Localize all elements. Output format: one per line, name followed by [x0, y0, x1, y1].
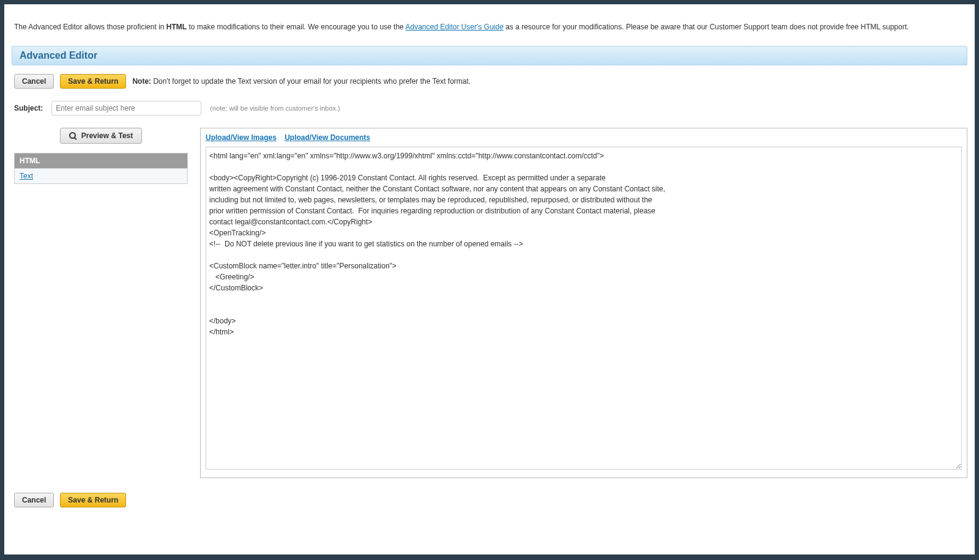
preview-button-wrap: Preview & Test [14, 128, 188, 144]
preview-test-button[interactable]: Preview & Test [60, 128, 142, 144]
note-label: Note: [132, 77, 151, 86]
note-body: Don't forget to update the Text version … [151, 77, 471, 86]
right-column: Upload/View Images Upload/View Documents [200, 128, 967, 478]
upload-documents-link[interactable]: Upload/View Documents [285, 133, 370, 142]
tab-html[interactable]: HTML [15, 153, 187, 168]
preview-test-label: Preview & Test [81, 131, 133, 140]
cancel-button-top[interactable]: Cancel [14, 74, 54, 89]
tab-text-link[interactable]: Text [20, 172, 33, 180]
editor-title: Advanced Editor [20, 50, 959, 61]
editor-header: Advanced Editor [12, 46, 967, 65]
bottom-action-row: Cancel Save & Return [14, 493, 967, 507]
subject-hint: (note: will be visible from customer's i… [210, 105, 340, 112]
intro-guide-link[interactable]: Advanced Editor User's Guide [405, 23, 503, 31]
cancel-button-bottom[interactable]: Cancel [14, 493, 54, 507]
save-return-button-bottom[interactable]: Save & Return [60, 493, 126, 507]
intro-text: The Advanced Editor allows those profici… [12, 12, 967, 32]
upload-images-link[interactable]: Upload/View Images [206, 133, 277, 142]
upload-links: Upload/View Images Upload/View Documents [206, 133, 962, 142]
intro-part2: to make modifications to their email. We… [187, 23, 405, 31]
save-return-button-top[interactable]: Save & Return [60, 74, 126, 89]
subject-row: Subject: (note: will be visible from cus… [14, 101, 967, 116]
intro-part3: as a resource for your modifications. Pl… [504, 23, 909, 31]
tab-list: HTML Text [14, 153, 188, 184]
tab-text[interactable]: Text [15, 168, 187, 183]
intro-part1: The Advanced Editor allows those profici… [14, 23, 166, 31]
left-column: Preview & Test HTML Text [14, 128, 188, 478]
note-text: Note: Don't forget to update the Text ve… [132, 77, 471, 86]
subject-input[interactable] [51, 101, 201, 116]
top-action-row: Cancel Save & Return Note: Don't forget … [14, 74, 967, 89]
html-code-textarea[interactable] [206, 147, 962, 470]
subject-label: Subject: [14, 104, 43, 112]
search-icon [69, 132, 76, 139]
page-wrapper: The Advanced Editor allows those profici… [4, 4, 975, 554]
intro-html-word: HTML [166, 23, 187, 31]
main-area: Preview & Test HTML Text Upload/View Ima… [12, 128, 967, 478]
